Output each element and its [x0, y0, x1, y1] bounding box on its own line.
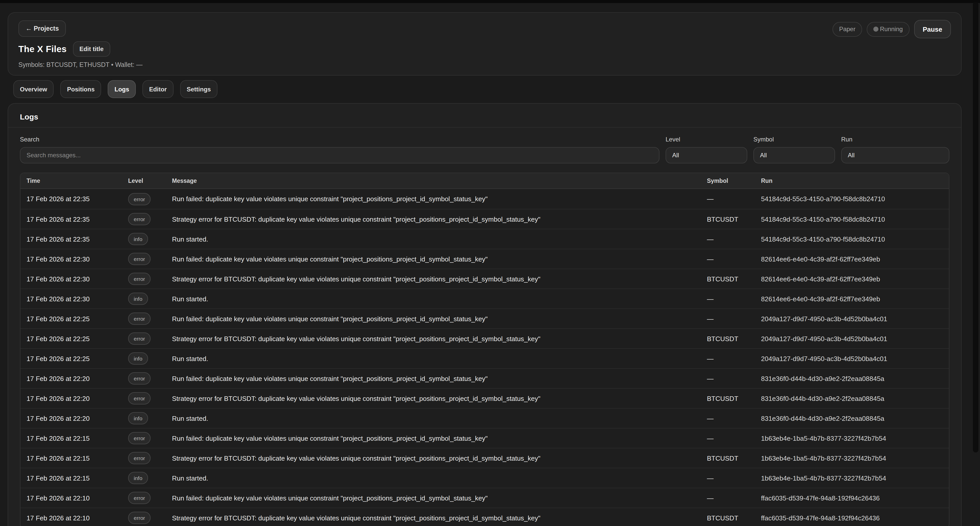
log-level-cell: info — [122, 233, 166, 245]
tab-editor[interactable]: Editor — [142, 80, 173, 98]
log-run: 2049a127-d9d7-4950-ac3b-4d52b0ba4c01 — [755, 335, 949, 343]
log-message: Run failed: duplicate key value violates… — [166, 375, 701, 382]
log-message: Run started. — [166, 355, 701, 362]
log-symbol: — — [701, 295, 755, 303]
search-input[interactable] — [20, 147, 659, 163]
log-run: 54184c9d-55c3-4150-a790-f58dc8b24710 — [755, 215, 949, 223]
header-actions: Paper Running Pause — [832, 20, 951, 38]
log-run: 82614ee6-e4e0-4c39-af2f-62ff7ee349eb — [755, 275, 949, 283]
log-run: 54184c9d-55c3-4150-a790-f58dc8b24710 — [755, 235, 949, 243]
log-run: 54184c9d-55c3-4150-a790-f58dc8b24710 — [755, 195, 949, 203]
log-symbol: BTCUSDT — [701, 454, 755, 462]
log-symbol: — — [701, 494, 755, 502]
table-body: 17 Feb 2026 at 22:35errorRun failed: dup… — [21, 189, 949, 526]
log-symbol: — — [701, 195, 755, 203]
log-time: 17 Feb 2026 at 22:15 — [21, 434, 122, 442]
tab-positions[interactable]: Positions — [60, 80, 101, 98]
log-message: Run started. — [166, 414, 701, 422]
log-message: Run failed: duplicate key value violates… — [166, 494, 701, 502]
log-symbol: — — [701, 375, 755, 382]
status-badge: Running — [867, 22, 909, 37]
symbol-filter-select[interactable]: All — [753, 147, 835, 163]
log-symbol: BTCUSDT — [701, 215, 755, 223]
log-level-cell: error — [122, 492, 166, 504]
search-filter-group: Search — [20, 136, 659, 163]
table-row: 17 Feb 2026 at 22:20infoRun started.—831… — [21, 408, 949, 428]
level-badge: error — [128, 392, 151, 405]
log-level-cell: error — [122, 253, 166, 265]
level-badge: info — [128, 233, 148, 245]
project-header-card: ← Projects Paper Running Pause The X Fil… — [8, 12, 962, 76]
title-row: The X Files Edit title — [18, 41, 951, 57]
log-message: Run started. — [166, 295, 701, 303]
pause-button[interactable]: Pause — [914, 20, 951, 38]
log-message: Run started. — [166, 474, 701, 482]
log-message: Strategy error for BTCUSDT: duplicate ke… — [166, 275, 701, 283]
log-level-cell: error — [122, 332, 166, 345]
level-badge: error — [128, 213, 151, 225]
log-run: 2049a127-d9d7-4950-ac3b-4d52b0ba4c01 — [755, 315, 949, 322]
mode-badge-label: Paper — [839, 26, 856, 33]
log-run: ffac6035-d539-47fe-94a8-192f94c26436 — [755, 494, 949, 502]
log-level-cell: error — [122, 312, 166, 325]
level-filter-select[interactable]: All — [666, 147, 747, 163]
table-row: 17 Feb 2026 at 22:25errorRun failed: dup… — [21, 308, 949, 328]
table-row: 17 Feb 2026 at 22:25infoRun started.—204… — [21, 348, 949, 368]
column-header-symbol: Symbol — [701, 178, 755, 184]
level-badge: error — [128, 432, 151, 444]
log-time: 17 Feb 2026 at 22:30 — [21, 295, 122, 303]
tab-overview[interactable]: Overview — [13, 80, 54, 98]
level-badge: error — [128, 312, 151, 325]
log-run: 82614ee6-e4e0-4c39-af2f-62ff7ee349eb — [755, 295, 949, 303]
mode-badge: Paper — [832, 22, 862, 37]
log-time: 17 Feb 2026 at 22:35 — [21, 215, 122, 223]
tab-logs[interactable]: Logs — [108, 80, 136, 98]
level-badge: error — [128, 492, 151, 504]
table-row: 17 Feb 2026 at 22:30errorStrategy error … — [21, 269, 949, 289]
logs-heading: Logs — [8, 104, 961, 128]
logs-table: Time Level Message Symbol Run 17 Feb 202… — [20, 173, 950, 526]
status-dot-icon — [873, 27, 878, 32]
table-row: 17 Feb 2026 at 22:20errorStrategy error … — [21, 388, 949, 408]
level-filter-group: Level All — [666, 136, 747, 163]
log-level-cell: info — [122, 412, 166, 424]
log-symbol: — — [701, 235, 755, 243]
log-time: 17 Feb 2026 at 22:35 — [21, 235, 122, 243]
back-to-projects-button[interactable]: ← Projects — [18, 21, 66, 37]
level-badge: error — [128, 332, 151, 345]
column-header-time: Time — [21, 178, 122, 184]
log-symbol: — — [701, 315, 755, 322]
log-run: 2049a127-d9d7-4950-ac3b-4d52b0ba4c01 — [755, 355, 949, 362]
log-symbol: — — [701, 474, 755, 482]
table-row: 17 Feb 2026 at 22:25errorStrategy error … — [21, 328, 949, 348]
log-message: Strategy error for BTCUSDT: duplicate ke… — [166, 215, 701, 223]
level-badge: error — [128, 193, 151, 205]
log-level-cell: error — [122, 273, 166, 285]
log-run: 1b63eb4e-1ba5-4b7b-8377-3227f42b7b54 — [755, 434, 949, 442]
table-row: 17 Feb 2026 at 22:15errorStrategy error … — [21, 448, 949, 468]
log-time: 17 Feb 2026 at 22:10 — [21, 494, 122, 502]
log-level-cell: error — [122, 452, 166, 464]
log-level-cell: error — [122, 372, 166, 384]
logs-filters: Search Level All Symbol All Run All — [8, 128, 961, 163]
vertical-scrollbar-thumb[interactable] — [973, 2, 978, 453]
window-top-strip — [0, 0, 980, 3]
level-badge: error — [128, 253, 151, 265]
log-symbol: — — [701, 355, 755, 362]
table-row: 17 Feb 2026 at 22:35infoRun started.—541… — [21, 229, 949, 249]
log-symbol: BTCUSDT — [701, 394, 755, 402]
log-time: 17 Feb 2026 at 22:20 — [21, 394, 122, 402]
table-row: 17 Feb 2026 at 22:30errorRun failed: dup… — [21, 249, 949, 269]
edit-title-button[interactable]: Edit title — [73, 41, 110, 57]
log-run: ffac6035-d539-47fe-94a8-192f94c26436 — [755, 514, 949, 522]
level-badge: info — [128, 352, 148, 365]
tab-settings[interactable]: Settings — [180, 80, 218, 98]
run-filter-select[interactable]: All — [841, 147, 950, 163]
level-filter-label: Level — [666, 136, 747, 143]
log-run: 82614ee6-e4e0-4c39-af2f-62ff7ee349eb — [755, 255, 949, 263]
log-message: Run started. — [166, 235, 701, 243]
table-row: 17 Feb 2026 at 22:30infoRun started.—826… — [21, 289, 949, 308]
log-symbol: — — [701, 255, 755, 263]
log-level-cell: info — [122, 472, 166, 484]
table-row: 17 Feb 2026 at 22:20errorRun failed: dup… — [21, 368, 949, 388]
